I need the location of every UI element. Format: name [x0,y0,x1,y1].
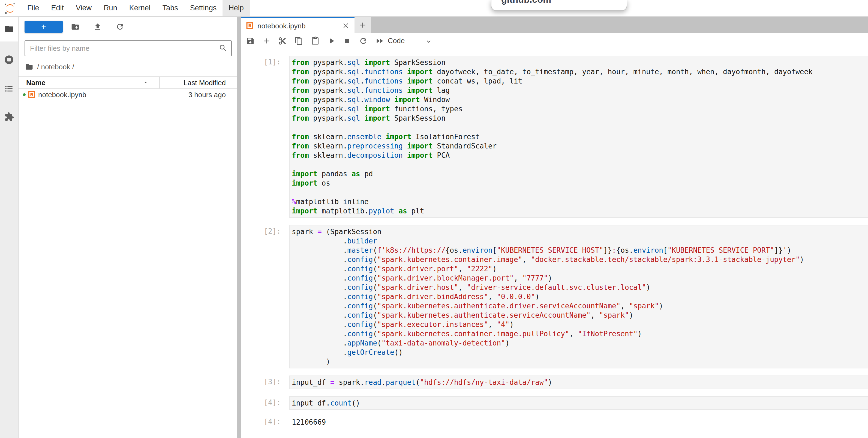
menu-help[interactable]: Help [222,0,250,17]
save-icon [246,36,255,45]
browser-popup: github.com [491,0,627,11]
refresh-icon[interactable] [116,22,124,31]
jupyter-logo-icon [4,2,17,14]
upload-icon[interactable] [93,22,102,31]
list-icon [4,84,13,93]
play-icon [327,36,336,45]
copy-cells-button[interactable] [294,36,303,45]
stop-circle-icon [4,54,14,65]
sidebar-tab-strip [0,17,19,438]
restart-kernel-button[interactable] [359,36,368,45]
menu-kernel[interactable]: Kernel [123,0,157,17]
filter-files-input[interactable] [25,41,231,56]
menu-tabs[interactable]: Tabs [157,0,184,17]
kernel-running-dot [23,93,26,96]
cell-editor[interactable]: input_df = spark.read.parquet("hdfs://hd… [289,376,868,389]
file-row[interactable]: notebook.ipynb 3 hours ago [19,88,237,101]
cell-editor[interactable]: input_df.count() [289,396,868,410]
close-icon[interactable] [341,21,350,30]
notebook-tab-icon [246,22,254,29]
new-tab-button[interactable] [354,17,371,33]
menu-edit[interactable]: Edit [45,0,70,17]
paste-cells-button[interactable] [311,36,319,45]
plus-icon [262,36,271,45]
tab-title: notebook.ipynb [257,22,341,30]
notebook-file-icon [28,91,35,98]
column-header-modified[interactable]: Last Modified [184,79,226,87]
column-divider [159,77,160,88]
home-folder-icon[interactable] [25,62,33,71]
code-cell-row: [1]:from pyspark.sql import SparkSession… [241,56,868,218]
cell-output-row: [4]:12106669 [241,415,868,429]
restart-run-all-button[interactable] [375,36,384,45]
notebook-cells: [1]:from pyspark.sql import SparkSession… [241,49,868,438]
panel-splitter[interactable] [237,17,241,438]
notebook-toolbar: Code [241,33,868,49]
new-launcher-button[interactable]: + [25,21,63,33]
cell-type-dropdown[interactable]: Code [388,36,405,45]
cell-editor[interactable]: spark = (SparkSession .builder .master(f… [289,225,868,369]
filter-files-box [25,40,232,56]
code-cell-row: [4]:input_df.count() [241,396,868,410]
sort-ascending-icon[interactable] [143,80,148,85]
chevron-down-icon[interactable] [425,38,433,45]
stop-icon [342,36,351,45]
dock-tab-bar: notebook.ipynb [241,17,868,33]
scissors-icon [278,36,287,45]
copy-icon [294,36,303,45]
file-name[interactable]: notebook.ipynb [38,91,86,99]
menu-view[interactable]: View [70,0,98,17]
run-cell-button[interactable] [327,36,336,45]
input-prompt: [2]: [241,225,289,235]
breadcrumb[interactable]: / notebook / [19,60,237,73]
column-header-name[interactable]: Name [26,79,45,87]
new-folder-icon[interactable] [71,22,80,31]
interrupt-kernel-button[interactable] [342,36,351,45]
sidebar-tab-running[interactable] [0,47,18,72]
file-browser-toolbar: + [19,17,237,37]
breadcrumb-path[interactable]: / notebook / [37,62,74,71]
sidebar-tab-file-browser[interactable] [0,17,18,41]
sidebar-tab-extensions[interactable] [0,104,18,129]
tab-notebook[interactable]: notebook.ipynb [241,17,354,33]
code-cell-row: [2]:spark = (SparkSession .builder .mast… [241,225,868,369]
menu-bar: File Edit View Run Kernel Tabs Settings … [0,0,868,17]
input-prompt: [4]: [241,396,289,407]
cell-editor[interactable]: from pyspark.sql import SparkSessionfrom… [289,56,868,218]
save-button[interactable] [246,36,255,45]
cell-output-text: 12106669 [289,415,868,429]
cut-cells-button[interactable] [278,36,287,45]
main-dock-panel: notebook.ipynb [241,17,868,438]
search-icon [219,43,227,52]
file-browser-panel: + / notebook / Name [19,17,237,438]
menu-settings[interactable]: Settings [184,0,223,17]
menu-run[interactable]: Run [98,0,123,17]
popup-origin-text: github.com [501,0,551,5]
puzzle-icon [4,112,14,122]
input-prompt: [1]: [241,56,289,66]
input-prompt: [3]: [241,376,289,386]
paste-icon [311,36,319,45]
menu-file[interactable]: File [21,0,45,17]
file-list-header: Name Last Modified [19,77,237,89]
output-prompt: [4]: [241,415,289,426]
folder-icon [4,24,14,34]
file-modified: 3 hours ago [188,91,226,99]
plus-icon [358,21,367,29]
restart-icon [359,36,368,45]
code-cell-row: [3]:input_df = spark.read.parquet("hdfs:… [241,376,868,389]
add-cell-button[interactable] [262,36,271,45]
sidebar-tab-toc[interactable] [0,76,18,101]
jupyterlab-window: File Edit View Run Kernel Tabs Settings … [0,0,868,438]
fast-forward-icon [375,36,384,45]
